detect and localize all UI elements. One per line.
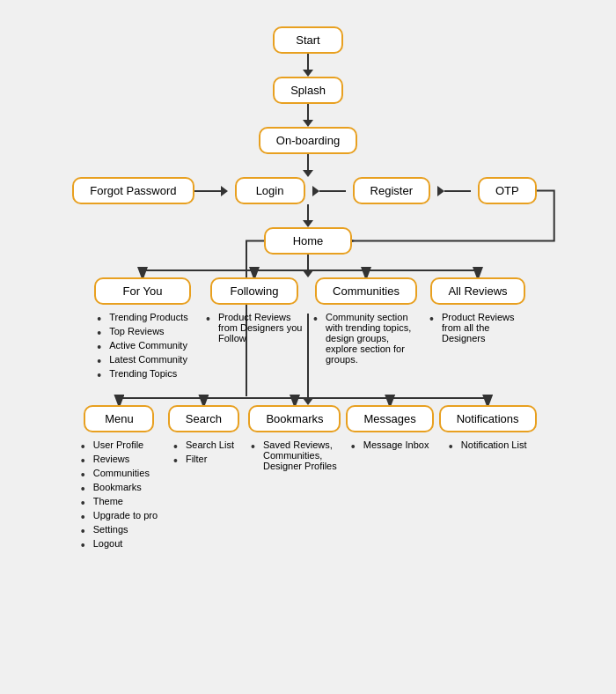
bookmarks-bullet-1: Saved Reviews, Communities, Designer Pro…: [251, 439, 339, 471]
all-reviews-bullet-1: Product Reviews from all the Designers: [429, 312, 526, 343]
search-bullets: Search List Filter: [173, 439, 234, 468]
search-bullet-2: Filter: [173, 454, 234, 464]
home-node: Home: [264, 227, 352, 255]
for-you-bullet-5: Trending Topics: [97, 368, 187, 379]
menu-bullet-5: Theme: [81, 496, 158, 506]
search-node: Search: [168, 405, 239, 432]
following-node: Following: [210, 277, 298, 305]
canvas: Start Splash On-boarding Forgot Password: [0, 0, 616, 694]
start-node: Start: [273, 26, 343, 54]
register-node: Register: [353, 177, 430, 204]
notifications-bullet-1: Notification List: [449, 439, 527, 450]
for-you-node: For You: [94, 277, 191, 305]
menu-bullets: User Profile Reviews Communities Bookmar…: [81, 439, 158, 552]
menu-bullet-4: Bookmarks: [81, 482, 158, 492]
for-you-bullet-4: Latest Community: [97, 354, 187, 365]
splash-node: Splash: [273, 77, 343, 104]
following-bullet-1: Product Reviews from Designers you Follo…: [206, 312, 303, 343]
following-bullets: Product Reviews from Designers you Follo…: [206, 312, 303, 347]
forgot-password-node: Forgot Password: [72, 177, 194, 204]
notifications-node: Notifications: [439, 405, 537, 432]
all-reviews-bullets: Product Reviews from all the Designers: [429, 312, 526, 347]
login-node: Login: [235, 177, 305, 204]
menu-bullet-6: Upgrade to pro: [81, 510, 158, 520]
messages-bullet-1: Message Inbox: [351, 439, 429, 450]
bookmarks-node: Bookmarks: [248, 405, 341, 432]
menu-bullet-2: Reviews: [81, 454, 158, 464]
search-bullet-1: Search List: [173, 439, 234, 450]
communities-bullet-1: Community section with trending topics, …: [313, 312, 419, 365]
communities-node: Communities: [315, 277, 417, 305]
bookmarks-bullets: Saved Reviews, Communities, Designer Pro…: [251, 439, 339, 475]
notifications-bullets: Notification List: [449, 439, 527, 454]
menu-node: Menu: [84, 405, 154, 432]
menu-bullet-7: Settings: [81, 524, 158, 535]
menu-bullet-3: Communities: [81, 468, 158, 478]
otp-node: OTP: [478, 177, 537, 204]
for-you-bullet-3: Active Community: [97, 340, 187, 351]
onboarding-node: On-boarding: [259, 127, 357, 154]
messages-bullets: Message Inbox: [351, 439, 429, 454]
for-you-bullets: Trending Products Top Reviews Active Com…: [97, 312, 187, 382]
communities-bullets: Community section with trending topics, …: [313, 312, 419, 368]
flowchart: Start Splash On-boarding Forgot Password: [0, 18, 616, 552]
for-you-bullet-1: Trending Products: [97, 312, 187, 322]
for-you-bullet-2: Top Reviews: [97, 326, 187, 336]
messages-node: Messages: [346, 405, 433, 432]
all-reviews-node: All Reviews: [430, 277, 524, 305]
menu-bullet-8: Logout: [81, 538, 158, 549]
menu-bullet-1: User Profile: [81, 439, 158, 450]
